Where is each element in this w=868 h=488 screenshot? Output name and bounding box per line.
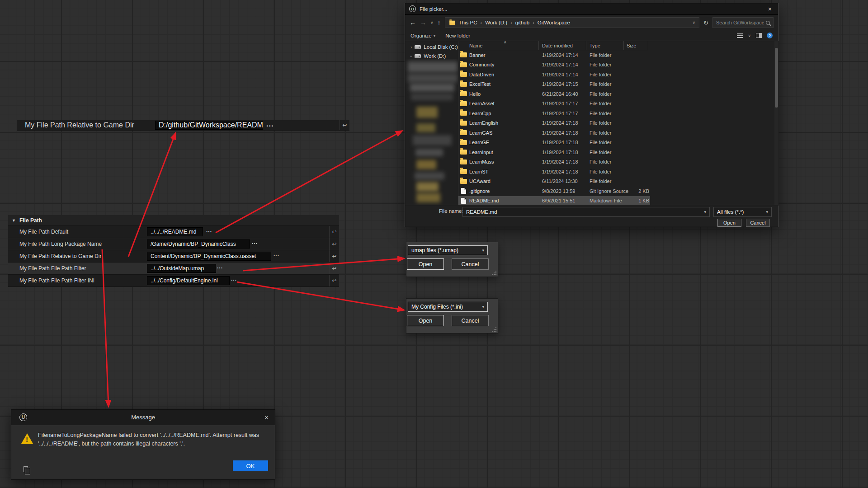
refresh-icon[interactable]: ↻	[703, 19, 708, 26]
back-icon[interactable]: ←	[410, 19, 416, 26]
section-header-file-path[interactable]: ▼ File Path	[8, 215, 339, 226]
file-path-value-field[interactable]: ../../../README.md	[147, 227, 203, 236]
reset-to-default-button[interactable]: ↩	[329, 238, 339, 250]
reset-icon: ↩	[332, 253, 336, 259]
browse-ellipsis-button[interactable]: ...	[274, 251, 279, 258]
organize-button[interactable]: Organize	[410, 33, 432, 38]
close-icon[interactable]: ×	[766, 5, 774, 13]
cancel-button[interactable]: Cancel	[452, 315, 489, 326]
breadcrumb-item[interactable]: github	[515, 20, 529, 25]
tree-chevron-icon[interactable]: ›	[410, 45, 412, 50]
file-path-value-field[interactable]: /Game/Dynamic/BP_DynamicClass	[147, 239, 250, 249]
recent-locations-chevron-icon[interactable]: ∨	[430, 20, 434, 25]
title-bar[interactable]: U File picker... ×	[405, 3, 778, 15]
file-name: LearnGAS	[469, 130, 542, 136]
property-row[interactable]: My File Path File Path Filter ../../Outs…	[8, 263, 339, 275]
file-row[interactable]: LearnGAS1/19/2024 17:18File folder	[458, 128, 650, 138]
vertical-scrollbar[interactable]	[774, 41, 778, 206]
close-icon[interactable]: ×	[264, 413, 269, 421]
chevron-down-icon[interactable]: ∨	[748, 33, 751, 38]
up-icon[interactable]: ↑	[438, 19, 441, 26]
breadcrumb-item[interactable]: Work (D:)	[485, 20, 507, 25]
property-row[interactable]: My File Path Relative to Game Dir D:/git…	[17, 120, 349, 131]
help-icon[interactable]: ?	[767, 33, 773, 38]
tree-chevron-icon[interactable]: ›	[409, 55, 414, 56]
preview-pane-icon[interactable]	[756, 33, 762, 38]
reset-to-default-button[interactable]: ↩	[329, 226, 339, 238]
file-filter-dropdown[interactable]: My Config Files (*.ini) ▾	[408, 302, 488, 312]
title-bar[interactable]: U Message ×	[11, 410, 275, 425]
property-row[interactable]: My File Path Long Package Name /Game/Dyn…	[8, 238, 339, 250]
reset-to-default-button[interactable]: ↩	[329, 263, 339, 274]
sidebar-item-local-disk-c[interactable]: › Local Disk (C:)	[405, 42, 458, 52]
browse-ellipsis-button[interactable]: ...	[252, 239, 258, 245]
resize-grip[interactable]	[491, 327, 496, 332]
file-row[interactable]: Banner1/19/2024 17:14File folder	[458, 50, 650, 60]
chevron-down-icon[interactable]: ∨	[693, 20, 696, 25]
file-rows: Banner1/19/2024 17:14File folder Communi…	[458, 50, 653, 206]
cancel-button[interactable]: Cancel	[746, 219, 770, 227]
open-button[interactable]: Open	[717, 219, 741, 227]
browse-ellipsis-button[interactable]: ...	[206, 227, 212, 233]
open-button[interactable]: Open	[407, 258, 444, 270]
column-header-size[interactable]: Size	[624, 41, 648, 50]
column-header-date-modified[interactable]: Date modified	[539, 41, 586, 50]
scrollbar-thumb[interactable]	[775, 48, 778, 108]
file-path-value-field[interactable]: D:/github/GitWorkspace/README.md	[155, 121, 263, 130]
search-input[interactable]	[716, 20, 764, 25]
browse-ellipsis-button[interactable]: ...	[217, 263, 223, 270]
file-row[interactable]: Community1/19/2024 17:14File folder	[458, 60, 650, 70]
copy-to-clipboard-icon[interactable]	[24, 466, 28, 472]
column-header-name[interactable]: ∧ Name	[458, 41, 539, 50]
file-name: DataDriven	[469, 72, 542, 77]
file-filter-dropdown[interactable]: umap files (*.umap) ▾	[408, 245, 488, 255]
column-header-type[interactable]: Type	[586, 41, 624, 50]
new-folder-button[interactable]: New folder	[445, 33, 470, 38]
folder-icon	[460, 150, 467, 155]
file-row[interactable]: LearnST1/19/2024 17:18File folder	[458, 167, 650, 177]
chevron-down-icon[interactable]: ▾	[766, 210, 768, 214]
browse-ellipsis-button[interactable]: ...	[266, 120, 274, 128]
file-row[interactable]: .gitignore9/8/2023 13:59Git Ignore Sourc…	[458, 186, 650, 196]
open-button[interactable]: Open	[407, 315, 444, 326]
view-options-icon[interactable]	[737, 33, 743, 38]
browse-ellipsis-button[interactable]: ...	[231, 276, 237, 282]
sidebar-item-label: Local Disk (C:)	[424, 44, 458, 50]
file-row-selected[interactable]: README.md6/9/2021 15:51Markdown File1 KB	[458, 196, 650, 206]
ok-button[interactable]: OK	[233, 460, 268, 471]
file-row[interactable]: UCAward6/11/2024 13:30File folder	[458, 177, 650, 187]
file-path-value-field[interactable]: ../../Config/DefaultEngine.ini	[147, 276, 230, 285]
reset-to-default-button[interactable]: ↩	[340, 120, 349, 130]
search-box[interactable]	[712, 17, 774, 28]
file-row[interactable]: LearnAsset1/19/2024 17:17File folder	[458, 99, 650, 109]
breadcrumb-item[interactable]: GitWorkspace	[538, 20, 570, 25]
reset-to-default-button[interactable]: ↩	[329, 250, 339, 262]
resize-grip[interactable]	[491, 270, 496, 275]
reset-to-default-button[interactable]: ↩	[329, 275, 339, 286]
file-name-input[interactable]: README.md ▾	[462, 207, 710, 217]
breadcrumb-item[interactable]: This PC	[459, 20, 477, 25]
file-row[interactable]: LearnGF1/19/2024 17:18File folder	[458, 138, 650, 148]
chevron-down-icon[interactable]: ▾	[482, 248, 484, 253]
file-path-value-field[interactable]: Content/Dynamic/BP_DynamicClass.uasset	[147, 252, 271, 261]
file-row[interactable]: LearnInput1/19/2024 17:18File folder	[458, 147, 650, 157]
file-path-value-field[interactable]: ../../OutsideMap.umap	[147, 264, 216, 273]
folder-icon	[460, 121, 467, 126]
file-row[interactable]: LearnMass1/19/2024 17:18File folder	[458, 157, 650, 167]
property-row[interactable]: My File Path Default ../../../README.md …	[8, 226, 339, 238]
file-type-dropdown[interactable]: All files (*.*) ▾	[713, 207, 772, 217]
chevron-down-icon[interactable]: ▾	[482, 305, 484, 309]
cancel-button[interactable]: Cancel	[452, 258, 489, 270]
forward-icon[interactable]: →	[420, 19, 426, 26]
file-row[interactable]: ExcelTest1/19/2024 17:15File folder	[458, 80, 650, 89]
property-row[interactable]: My File Path File Path Filter INI ../../…	[8, 275, 339, 287]
property-row[interactable]: My File Path Relative to Game Dir Conten…	[8, 250, 339, 263]
file-row[interactable]: DataDriven1/19/2024 17:14File folder	[458, 70, 650, 80]
file-row[interactable]: Hello6/21/2024 16:40File folder	[458, 89, 650, 99]
file-row[interactable]: LearnCpp1/19/2024 17:17File folder	[458, 108, 650, 118]
breadcrumb[interactable]: This PC › Work (D:) › github › GitWorksp…	[445, 17, 700, 28]
section-title: File Path	[19, 217, 42, 224]
file-row[interactable]: LearnEnglish1/19/2024 17:18File folder	[458, 118, 650, 128]
chevron-down-icon[interactable]: ▾	[704, 210, 706, 214]
search-icon	[766, 21, 770, 25]
